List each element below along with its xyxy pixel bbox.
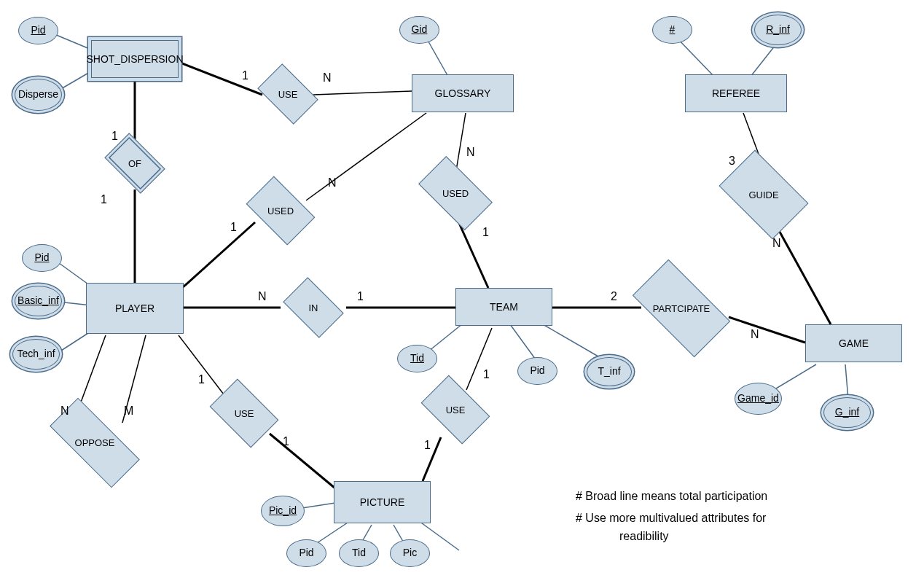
svg-line-0 [51, 33, 95, 51]
entity-label: GLOSSARY [435, 87, 491, 99]
attr-p-pid: Pid [22, 244, 62, 272]
svg-line-19 [313, 91, 412, 95]
attr-label: T_inf [598, 366, 620, 377]
attr-label: Pic [403, 547, 417, 558]
svg-line-32 [69, 335, 106, 434]
svg-line-22 [182, 222, 255, 288]
entity-player: PLAYER [86, 283, 184, 334]
attr-label: R_inf [766, 24, 790, 35]
card-part-2: 2 [611, 290, 617, 303]
attr-label: G_inf [835, 407, 859, 418]
svg-line-30 [743, 113, 764, 168]
card-of-1a: 1 [111, 130, 118, 143]
svg-line-29 [729, 317, 805, 343]
note-line1: # Broad line means total participation [576, 488, 767, 504]
attr-label: # [670, 24, 676, 35]
card-oppose-n: N [60, 405, 69, 418]
card-used-tg-1: 1 [482, 226, 489, 239]
attr-t-inf: T_inf [587, 357, 632, 386]
attr-label: Basic_inf [17, 295, 59, 306]
entity-game: GAME [805, 324, 902, 362]
entity-shot-dispersion: SHOT_DISPERSION [91, 40, 179, 78]
attr-label: Pid [530, 365, 544, 376]
entity-label: PICTURE [360, 496, 404, 508]
svg-line-34 [179, 335, 226, 397]
card-use-pp-1a: 1 [198, 373, 205, 386]
attr-disperse: Disperse [15, 79, 62, 111]
card-used-pg-n: N [328, 176, 337, 190]
entity-label: GAME [839, 337, 869, 349]
svg-line-35 [270, 434, 335, 488]
attr-label: Gid [412, 24, 428, 35]
card-of-1b: 1 [101, 193, 107, 206]
attr-label: Disperse [18, 89, 58, 100]
card-use-pp-1b: 1 [283, 435, 289, 448]
entity-label: SHOT_DISPERSION [86, 53, 183, 65]
svg-line-18 [179, 62, 262, 95]
attr-pic-tid: Tid [339, 539, 379, 567]
attr-basic-inf: Basic_inf [15, 286, 62, 316]
attr-label: Pic_id [269, 505, 297, 516]
card-in-1: 1 [357, 290, 364, 303]
note-line2: # Use more multivalued attributes for [576, 510, 766, 526]
attr-label: Pid [299, 547, 313, 558]
attr-game-id: Game_id [735, 383, 782, 415]
attr-label: Tid [352, 547, 366, 558]
card-guide-n: N [772, 237, 781, 250]
attr-tid: Tid [397, 345, 437, 372]
entity-label: REFEREE [712, 87, 760, 99]
card-part-n: N [751, 328, 759, 341]
attr-gid: Gid [399, 16, 439, 44]
card-use-tp-1a: 1 [483, 368, 490, 381]
attr-ref-num: # [652, 16, 692, 44]
attr-pic-pid: Pid [286, 539, 326, 567]
attr-tech-inf: Tech_inf [12, 339, 60, 370]
card-sd-use-n: N [323, 71, 332, 85]
card-guide-3: 3 [729, 155, 735, 168]
svg-line-24 [455, 113, 466, 175]
entity-referee: REFEREE [685, 74, 787, 112]
attr-label: Pid [34, 252, 49, 263]
attr-sd-pid: Pid [18, 17, 58, 44]
attr-g-inf: G_inf [823, 397, 871, 428]
entity-picture: PICTURE [334, 481, 431, 523]
card-used-pg-1: 1 [230, 221, 237, 234]
card-used-tg-n: N [466, 146, 475, 159]
attr-pic-id: Pic_id [261, 496, 305, 526]
attr-label: Tech_inf [17, 348, 55, 359]
card-oppose-m: M [124, 405, 133, 418]
card-use-tp-1b: 1 [424, 439, 431, 452]
note-line3: readibility [619, 528, 669, 544]
entity-label: PLAYER [115, 302, 154, 314]
card-in-n: N [258, 290, 267, 303]
attr-r-inf: R_inf [754, 15, 802, 45]
attr-label: Pid [31, 25, 45, 36]
attr-t-pid: Pid [517, 357, 557, 385]
attr-label: Tid [410, 353, 424, 364]
attr-pic: Pic [390, 539, 430, 567]
entity-label: TEAM [490, 301, 518, 313]
entity-glossary: GLOSSARY [412, 74, 514, 112]
svg-line-31 [772, 219, 831, 324]
entity-team: TEAM [455, 288, 552, 326]
attr-label: Game_id [737, 393, 779, 404]
svg-line-23 [306, 113, 426, 200]
card-sd-use-1: 1 [242, 69, 248, 82]
